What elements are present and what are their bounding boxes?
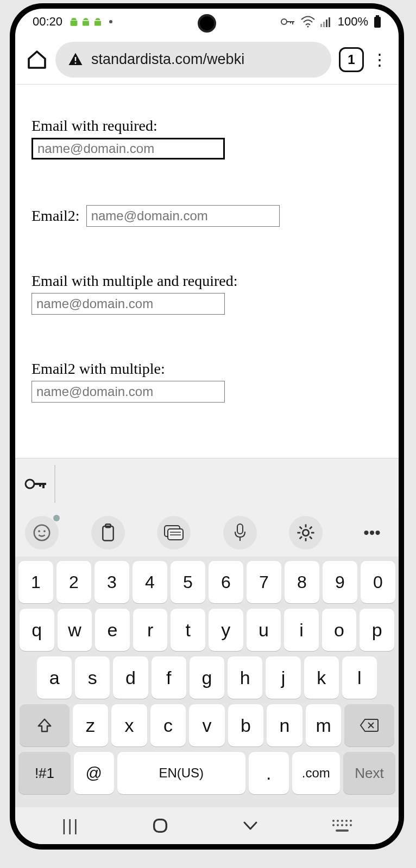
nav-keyboard-switch-icon[interactable] xyxy=(331,819,352,833)
key-backspace[interactable] xyxy=(344,704,394,746)
vpn-key-icon xyxy=(280,16,295,27)
key-z[interactable]: z xyxy=(73,704,109,746)
svg-point-42 xyxy=(341,820,343,822)
key-m[interactable]: m xyxy=(306,704,342,746)
android-icon xyxy=(81,16,91,28)
browser-toolbar: standardista.com/webki 1 ⋮ xyxy=(15,35,399,85)
emoji-icon[interactable] xyxy=(25,516,59,550)
key-space[interactable]: EN(US) xyxy=(117,752,245,794)
key-f[interactable]: f xyxy=(152,656,186,699)
nav-home-icon[interactable] xyxy=(151,816,169,835)
camera-notch xyxy=(198,14,216,33)
key-l[interactable]: l xyxy=(342,656,377,699)
svg-rect-9 xyxy=(374,17,381,28)
svg-rect-7 xyxy=(326,20,327,27)
key-j[interactable]: j xyxy=(266,656,300,699)
clock: 00:20 xyxy=(33,15,62,29)
url-text: standardista.com/webki xyxy=(91,51,244,68)
key-i[interactable]: i xyxy=(284,609,319,651)
key-1[interactable]: 1 xyxy=(18,561,53,603)
shift-icon xyxy=(36,717,53,733)
key-u[interactable]: u xyxy=(247,609,281,651)
svg-point-0 xyxy=(281,19,287,24)
key-q[interactable]: q xyxy=(20,609,54,651)
more-icon[interactable]: ••• xyxy=(355,516,389,550)
key-w[interactable]: w xyxy=(58,609,92,651)
nav-recents-icon[interactable]: ||| xyxy=(62,816,79,835)
key-v[interactable]: v xyxy=(189,704,225,746)
key-k[interactable]: k xyxy=(304,656,339,699)
input-email-required[interactable] xyxy=(31,138,225,159)
key-p[interactable]: p xyxy=(360,609,394,651)
label-email2-multiple: Email2 with multiple: xyxy=(31,360,382,378)
svg-point-49 xyxy=(350,824,352,826)
key-row-1: q w e r t y u i o p xyxy=(18,609,395,651)
key-at[interactable]: @ xyxy=(74,752,114,794)
more-notifications-icon xyxy=(109,20,112,23)
svg-point-4 xyxy=(307,26,308,28)
gear-icon[interactable] xyxy=(289,516,323,550)
svg-line-34 xyxy=(310,537,312,539)
input-email2[interactable] xyxy=(86,205,280,227)
key-h[interactable]: h xyxy=(228,656,262,699)
svg-point-48 xyxy=(345,824,348,826)
key-3[interactable]: 3 xyxy=(94,561,129,603)
svg-rect-26 xyxy=(237,524,243,534)
keyboard-settings-icon[interactable] xyxy=(157,516,191,550)
key-e[interactable]: e xyxy=(95,609,130,651)
key-s[interactable]: s xyxy=(75,656,110,699)
field-email2: Email2: xyxy=(31,205,382,227)
key-t[interactable]: t xyxy=(171,609,205,651)
key-6[interactable]: 6 xyxy=(209,561,243,603)
key-a[interactable]: a xyxy=(37,656,72,699)
password-key-icon[interactable] xyxy=(20,476,52,492)
system-nav-bar: ||| xyxy=(15,807,399,844)
key-y[interactable]: y xyxy=(209,609,243,651)
input-email2-multiple[interactable] xyxy=(31,381,225,403)
key-0[interactable]: 0 xyxy=(361,561,395,603)
svg-rect-3 xyxy=(290,21,291,23)
key-period[interactable]: . xyxy=(249,752,289,794)
key-7[interactable]: 7 xyxy=(247,561,281,603)
field-email-required: Email with required: xyxy=(31,117,382,159)
key-symbols[interactable]: !#1 xyxy=(18,752,71,794)
input-email-multiple-required[interactable] xyxy=(31,293,225,315)
mic-icon[interactable] xyxy=(223,516,257,550)
key-r[interactable]: r xyxy=(133,609,168,651)
svg-rect-5 xyxy=(320,24,322,27)
svg-rect-12 xyxy=(75,62,77,64)
key-g[interactable]: g xyxy=(190,656,224,699)
svg-rect-20 xyxy=(103,526,113,541)
url-bar[interactable]: standardista.com/webki xyxy=(55,42,331,78)
key-next[interactable]: Next xyxy=(343,752,395,794)
key-c[interactable]: c xyxy=(150,704,186,746)
key-o[interactable]: o xyxy=(322,609,357,651)
key-4[interactable]: 4 xyxy=(133,561,167,603)
tabs-button[interactable]: 1 xyxy=(339,47,364,72)
key-row-3: z x c v b n m xyxy=(18,704,395,746)
key-8[interactable]: 8 xyxy=(285,561,319,603)
key-shift[interactable] xyxy=(20,704,70,746)
key-b[interactable]: b xyxy=(228,704,264,746)
key-9[interactable]: 9 xyxy=(323,561,357,603)
nav-back-icon[interactable] xyxy=(241,819,260,832)
page-content[interactable]: Email with required: Email2: Email with … xyxy=(15,85,399,458)
key-2[interactable]: 2 xyxy=(56,561,91,603)
battery-icon xyxy=(374,15,381,28)
key-n[interactable]: n xyxy=(267,704,302,746)
key-dotcom[interactable]: .com xyxy=(292,752,341,794)
home-icon[interactable] xyxy=(26,49,48,71)
overflow-menu-icon[interactable]: ⋮ xyxy=(371,56,388,63)
label-email-required: Email with required: xyxy=(31,117,382,135)
clipboard-icon[interactable] xyxy=(91,516,125,550)
key-5[interactable]: 5 xyxy=(171,561,205,603)
svg-point-13 xyxy=(26,480,34,488)
svg-point-44 xyxy=(350,820,352,822)
screen: 00:20 100% standardista.com/ xyxy=(15,9,399,844)
wifi-icon xyxy=(301,16,315,28)
svg-rect-39 xyxy=(154,820,167,832)
key-x[interactable]: x xyxy=(111,704,147,746)
autofill-bar xyxy=(15,458,399,509)
key-d[interactable]: d xyxy=(113,656,148,699)
svg-point-47 xyxy=(341,824,343,826)
